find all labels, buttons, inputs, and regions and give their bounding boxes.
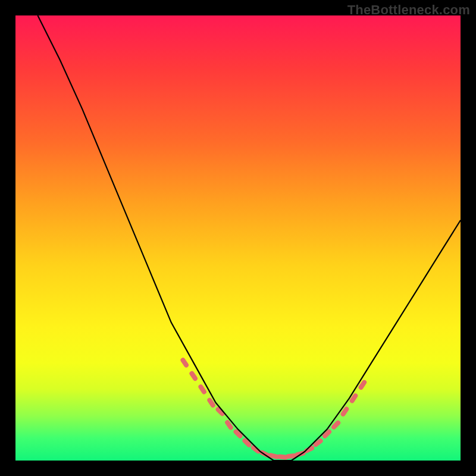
plot-area	[15, 15, 461, 461]
watermark-text: TheBottleneck.com	[347, 2, 470, 18]
marker-group	[180, 357, 368, 460]
marker-capsule	[189, 370, 199, 381]
marker-capsule	[340, 406, 350, 417]
marker-capsule	[358, 379, 368, 390]
marker-capsule	[349, 393, 359, 404]
chart-frame: TheBottleneck.com	[0, 0, 476, 476]
curve-svg	[15, 15, 461, 461]
bottleneck-curve	[37, 15, 461, 461]
marker-capsule	[224, 419, 234, 430]
marker-capsule	[206, 397, 217, 408]
marker-capsule	[180, 357, 190, 368]
